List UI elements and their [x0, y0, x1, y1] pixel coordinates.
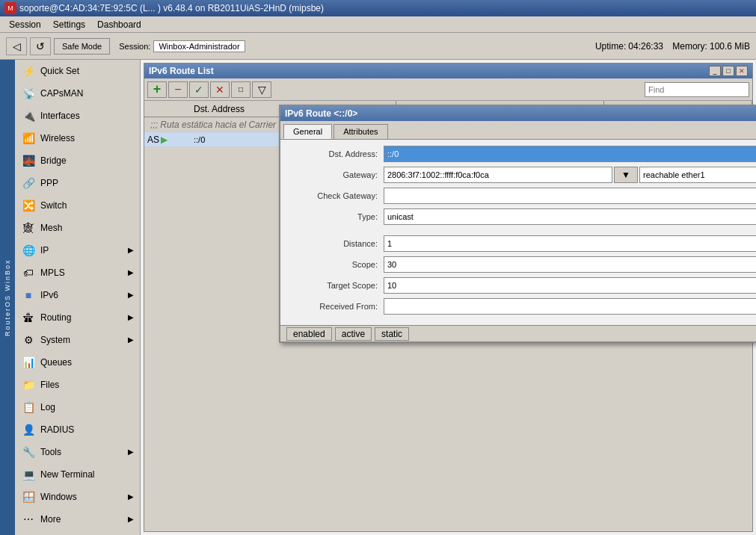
- gateway-label: Gateway:: [286, 170, 384, 179]
- received-from-row: Received From:: [286, 298, 756, 315]
- sidebar-item-ipv6[interactable]: ■ IPv6 ▶: [15, 284, 140, 306]
- gateway-dropdown-button[interactable]: ▼: [614, 167, 638, 183]
- sidebar-item-queues[interactable]: 📊 Queues: [15, 351, 140, 374]
- gateway-input[interactable]: [384, 167, 612, 183]
- routing-icon: 🛣: [21, 310, 36, 325]
- mpls-arrow: ▶: [128, 268, 134, 276]
- distance-label: Distance:: [286, 239, 384, 248]
- sidebar-item-new-terminal[interactable]: 💻 New Terminal: [15, 463, 140, 486]
- dst-address-input[interactable]: [384, 146, 756, 162]
- row-flags: AS ▶: [144, 134, 189, 145]
- disable-route-button[interactable]: ✕: [210, 81, 230, 98]
- dialog-title: IPv6 Route <::/0>: [280, 106, 756, 121]
- title-text: soporte@C4:AD:34:7E:92:5C (L... ) v6.48.…: [19, 3, 324, 13]
- distance-input[interactable]: [384, 235, 756, 252]
- find-input[interactable]: [645, 82, 749, 97]
- switch-icon: 🔀: [21, 198, 36, 213]
- status-static: static: [375, 327, 409, 341]
- menu-settings[interactable]: Settings: [47, 18, 91, 31]
- files-icon: 📁: [21, 377, 36, 392]
- sidebar-item-wireless[interactable]: 📶 Wireless: [15, 127, 140, 149]
- minimize-button[interactable]: _: [709, 66, 721, 76]
- sidebar-item-bridge[interactable]: 🌉 Bridge: [15, 149, 140, 172]
- sidebar-rotated-label: RouterOS WinBox: [0, 60, 15, 535]
- menu-dashboard[interactable]: Dashboard: [91, 18, 147, 31]
- session-value: Winbox-Administrador: [153, 40, 245, 52]
- tab-general[interactable]: General: [283, 124, 332, 139]
- scope-label: Scope:: [286, 260, 384, 269]
- sidebar-item-routing[interactable]: 🛣 Routing ▶: [15, 306, 140, 329]
- forward-button[interactable]: ↺: [30, 37, 51, 55]
- sidebar-item-mpls[interactable]: 🏷 MPLS ▶: [15, 262, 140, 284]
- ip-arrow: ▶: [128, 246, 134, 254]
- windows-arrow: ▶: [128, 492, 134, 501]
- settings-route-button[interactable]: □: [231, 81, 251, 98]
- filter-route-button[interactable]: ▽: [252, 81, 271, 98]
- ipv6-arrow: ▶: [128, 291, 134, 299]
- queues-icon: 📊: [21, 355, 36, 370]
- dst-address-row: Dst. Address:: [286, 146, 756, 162]
- scope-input[interactable]: [384, 256, 756, 273]
- received-from-input[interactable]: [384, 298, 756, 315]
- type-label: Type:: [286, 212, 384, 221]
- sidebar-item-system[interactable]: ⚙ System ▶: [15, 329, 140, 351]
- back-button[interactable]: ◁: [6, 37, 27, 55]
- sidebar-item-files[interactable]: 📁 Files: [15, 374, 140, 396]
- sidebar-item-mesh[interactable]: 🕸 Mesh: [15, 217, 140, 239]
- check-gateway-row: Check Gateway: ▼: [286, 188, 756, 204]
- enable-route-button[interactable]: ✓: [189, 81, 209, 98]
- app-toolbar: ◁ ↺ Safe Mode Session: Winbox-Administra…: [0, 33, 756, 60]
- distance-input-group: ▲ ▼: [384, 235, 756, 252]
- close-button[interactable]: ✕: [736, 66, 748, 76]
- dialog-status-bar: enabled active static: [280, 325, 756, 341]
- sidebar-item-radius[interactable]: 👤 RADIUS: [15, 418, 140, 441]
- target-scope-row: Target Scope:: [286, 277, 756, 294]
- quick-set-icon: ⚡: [21, 64, 36, 78]
- check-gateway-input-group: ▼: [384, 188, 756, 204]
- tab-attributes[interactable]: Attributes: [334, 124, 387, 139]
- main-layout: RouterOS WinBox ⚡ Quick Set 📡 CAPsMAN 🔌 …: [0, 60, 756, 535]
- as-flags: AS: [147, 134, 159, 145]
- sidebar-item-ip[interactable]: 🌐 IP ▶: [15, 239, 140, 262]
- target-scope-label: Target Scope:: [286, 281, 384, 290]
- interfaces-icon: 🔌: [21, 108, 36, 123]
- sidebar-item-tools[interactable]: 🔧 Tools ▶: [15, 441, 140, 463]
- remove-route-button[interactable]: −: [168, 81, 188, 98]
- safe-mode-button[interactable]: Safe Mode: [54, 38, 110, 55]
- sidebar-item-log[interactable]: 📋 Log: [15, 396, 140, 418]
- menu-session[interactable]: Session: [3, 18, 47, 31]
- sidebar-item-quick-set[interactable]: ⚡ Quick Set: [15, 60, 140, 82]
- status-active: active: [335, 327, 372, 341]
- mpls-icon: 🏷: [21, 265, 36, 280]
- sidebar: RouterOS WinBox ⚡ Quick Set 📡 CAPsMAN 🔌 …: [0, 60, 141, 535]
- sidebar-item-windows[interactable]: 🪟 Windows ▶: [15, 486, 140, 508]
- type-input[interactable]: [384, 208, 756, 225]
- menu-bar: Session Settings Dashboard: [0, 16, 756, 33]
- sidebar-items: ⚡ Quick Set 📡 CAPsMAN 🔌 Interfaces 📶 Wir…: [15, 60, 140, 535]
- sidebar-item-interfaces[interactable]: 🔌 Interfaces: [15, 105, 140, 127]
- sidebar-item-switch[interactable]: 🔀 Switch: [15, 194, 140, 217]
- received-from-label: Received From:: [286, 302, 384, 311]
- log-icon: 📋: [21, 400, 36, 415]
- wireless-icon: 📶: [21, 131, 36, 146]
- check-gateway-input[interactable]: [384, 188, 756, 204]
- sidebar-item-ppp[interactable]: 🔗 PPP: [15, 172, 140, 194]
- sidebar-item-capsman[interactable]: 📡 CAPsMAN: [15, 82, 140, 105]
- gateway-row: Gateway: ▼ ▲ ▼: [286, 167, 756, 183]
- status-enabled: enabled: [286, 327, 332, 341]
- distance-row: Distance: ▲ ▼: [286, 235, 756, 252]
- content-area: IPv6 Route List _ □ ✕ + − ✓ ✕ □ ▽: [141, 60, 756, 535]
- system-icon: ⚙: [21, 333, 36, 347]
- route-toolbar: + − ✓ ✕ □ ▽: [144, 78, 752, 101]
- maximize-button[interactable]: □: [722, 66, 734, 76]
- target-scope-input[interactable]: [384, 277, 756, 294]
- sidebar-item-more[interactable]: ⋯ More ▶: [15, 508, 140, 531]
- type-row: Type: ▼: [286, 208, 756, 225]
- dialog-content: Dst. Address: Gateway: ▼ ▲ ▼: [280, 140, 756, 325]
- add-route-button[interactable]: +: [147, 81, 167, 98]
- title-bar: M soporte@C4:AD:34:7E:92:5C (L... ) v6.4…: [0, 0, 756, 16]
- sidebar-wrapper: RouterOS WinBox ⚡ Quick Set 📡 CAPsMAN 🔌 …: [0, 60, 140, 535]
- gateway-input-group: ▼ ▲ ▼: [384, 167, 756, 183]
- gateway-status-input[interactable]: [639, 167, 756, 183]
- ipv6-icon: ■: [21, 288, 36, 303]
